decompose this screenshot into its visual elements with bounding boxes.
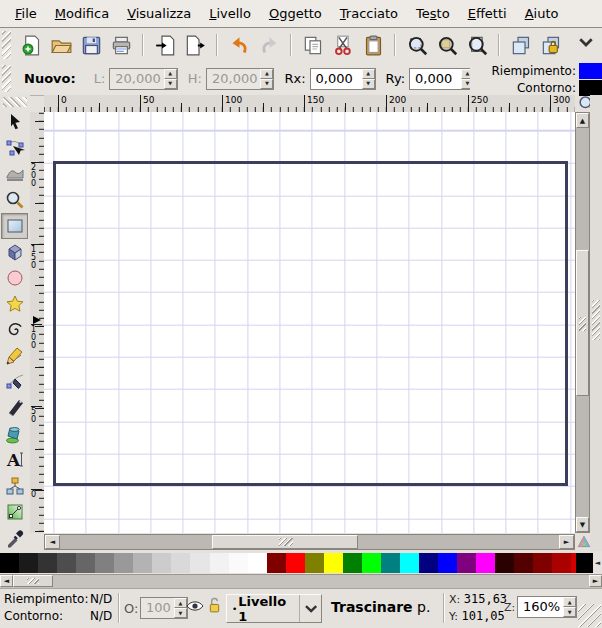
menu-effetti[interactable]: Effetti bbox=[459, 2, 516, 25]
menu-visualizza[interactable]: Visualizza bbox=[118, 2, 200, 25]
palette-swatch[interactable] bbox=[552, 553, 571, 573]
menu-modifica[interactable]: Modifica bbox=[46, 2, 118, 25]
palette-swatch[interactable] bbox=[305, 553, 324, 573]
palette-swatch[interactable] bbox=[400, 553, 419, 573]
palette-swatch[interactable] bbox=[38, 553, 57, 573]
palette-swatch[interactable] bbox=[362, 553, 381, 573]
dock-grip[interactable] bbox=[592, 300, 600, 340]
rx-spinbox[interactable]: 0,000 ▲▼ bbox=[310, 68, 376, 90]
width-spin-down[interactable]: ▼ bbox=[164, 79, 177, 89]
menu-oggetto[interactable]: Oggetto bbox=[260, 2, 331, 25]
stroke-indicator[interactable]: Contorno: bbox=[517, 79, 602, 96]
palette-swatch[interactable] bbox=[76, 553, 95, 573]
palette-swatch[interactable] bbox=[286, 553, 305, 573]
palette-swatch[interactable] bbox=[57, 553, 76, 573]
save-document-icon[interactable] bbox=[78, 32, 104, 58]
height-spinbox[interactable]: 20,000 ▲▼ bbox=[206, 68, 275, 90]
palette-swatch[interactable] bbox=[419, 553, 438, 573]
tool-calligraphy[interactable] bbox=[1, 395, 28, 421]
menu-testo[interactable]: Testo bbox=[407, 2, 459, 25]
palette-swatch[interactable] bbox=[495, 553, 514, 573]
palette-swatch[interactable] bbox=[190, 553, 209, 573]
horizontal-scrollbar[interactable]: ◄ ► bbox=[44, 534, 575, 550]
tool-ellipse[interactable] bbox=[1, 265, 28, 291]
tool-pen[interactable] bbox=[1, 369, 28, 395]
menu-file[interactable]: File bbox=[6, 2, 46, 25]
tool-spiral[interactable] bbox=[1, 317, 28, 343]
palette-swatch[interactable] bbox=[514, 553, 533, 573]
tool-rectangle[interactable] bbox=[1, 213, 28, 239]
import-icon[interactable] bbox=[152, 32, 178, 58]
fill-indicator[interactable]: Riempimento: bbox=[492, 62, 602, 79]
fill-stroke-status[interactable]: Riempimento:N/D Contorno:N/D bbox=[4, 591, 112, 625]
tool-tweak[interactable] bbox=[1, 161, 28, 187]
fill-color-swatch[interactable] bbox=[579, 63, 602, 79]
tool-text[interactable]: A bbox=[1, 447, 28, 473]
palette-scroll-left-arrow-icon[interactable]: ◄ bbox=[0, 575, 13, 587]
tool-node-editor[interactable] bbox=[1, 135, 28, 161]
palette-swatch[interactable] bbox=[267, 553, 286, 573]
copy-icon[interactable] bbox=[300, 32, 326, 58]
palette-swatch[interactable] bbox=[0, 553, 19, 573]
palette-swatch[interactable] bbox=[324, 553, 343, 573]
open-document-icon[interactable] bbox=[48, 32, 74, 58]
height-spin-up[interactable]: ▲ bbox=[260, 69, 273, 79]
layer-selector[interactable]: • Livello 1 bbox=[226, 594, 322, 623]
palette-scroll-right-arrow-icon[interactable]: ► bbox=[589, 575, 602, 587]
height-spin-down[interactable]: ▼ bbox=[260, 79, 273, 89]
tool-star[interactable] bbox=[1, 291, 28, 317]
clone-icon[interactable] bbox=[538, 32, 564, 58]
palette-swatch[interactable] bbox=[457, 553, 476, 573]
scroll-left-arrow-icon[interactable]: ◄ bbox=[45, 535, 60, 549]
menu-livello[interactable]: Livello bbox=[200, 2, 260, 25]
palette-swatch[interactable] bbox=[210, 553, 229, 573]
scroll-up-arrow-icon[interactable]: ▲ bbox=[576, 113, 589, 128]
tool-dropper[interactable] bbox=[1, 525, 28, 551]
zoom-selection-icon[interactable] bbox=[404, 32, 430, 58]
menu-tracciato[interactable]: Tracciato bbox=[331, 2, 407, 25]
width-spinbox[interactable]: 20,000 ▲▼ bbox=[109, 68, 178, 90]
palette-scrollbar-thumb[interactable] bbox=[13, 575, 53, 587]
opacity-spinbox[interactable]: 100 ▲▼ bbox=[140, 597, 188, 619]
tool-options-grip[interactable] bbox=[2, 65, 11, 92]
horizontal-ruler[interactable]: 050100150200250300 bbox=[44, 95, 575, 113]
palette-scrollbar[interactable]: ◄ ► bbox=[0, 574, 602, 588]
new-document-icon[interactable] bbox=[18, 32, 44, 58]
tool-connector[interactable] bbox=[1, 473, 28, 499]
ry-spinbox[interactable]: 0,000 ▲▼ bbox=[409, 68, 475, 90]
window-resize-grip[interactable] bbox=[578, 604, 601, 627]
drawn-rectangle[interactable] bbox=[53, 161, 568, 486]
canvas[interactable] bbox=[44, 112, 575, 533]
tool-selector[interactable] bbox=[1, 109, 28, 135]
scroll-right-arrow-icon[interactable]: ► bbox=[559, 535, 574, 549]
palette-swatch[interactable] bbox=[95, 553, 114, 573]
palette-swatch[interactable] bbox=[476, 553, 495, 573]
toolbar-overflow-chevron-icon[interactable] bbox=[578, 36, 594, 50]
zoom-spin-down[interactable]: ▼ bbox=[563, 607, 576, 617]
scroll-down-arrow-icon[interactable]: ▼ bbox=[576, 517, 589, 532]
opacity-spin-down[interactable]: ▼ bbox=[174, 608, 187, 618]
layer-visibility-eye-icon[interactable] bbox=[186, 600, 204, 613]
redo-icon[interactable] bbox=[256, 32, 282, 58]
tool-box-3d[interactable] bbox=[1, 239, 28, 265]
palette-swatch[interactable] bbox=[19, 553, 38, 573]
status-fill-value[interactable]: N/D bbox=[90, 592, 112, 606]
horizontal-scrollbar-thumb[interactable] bbox=[212, 535, 358, 549]
palette-swatch[interactable] bbox=[229, 553, 248, 573]
paste-icon[interactable] bbox=[360, 32, 386, 58]
status-stroke-value[interactable]: N/D bbox=[90, 609, 112, 623]
command-toolbar-grip[interactable] bbox=[2, 31, 11, 59]
stroke-color-swatch[interactable] bbox=[579, 80, 602, 96]
layer-unlock-icon[interactable] bbox=[208, 597, 221, 614]
palette-swatch[interactable] bbox=[152, 553, 171, 573]
toolbox-grip[interactable] bbox=[3, 97, 27, 107]
layer-dropdown-chevron-icon[interactable] bbox=[304, 603, 318, 615]
width-spin-up[interactable]: ▲ bbox=[164, 69, 177, 79]
palette-scroll-left-icon[interactable]: ◄ bbox=[593, 553, 602, 573]
vertical-scrollbar-thumb[interactable] bbox=[576, 250, 589, 396]
export-icon[interactable] bbox=[182, 32, 208, 58]
rx-spin-up[interactable]: ▲ bbox=[362, 69, 375, 79]
palette-swatch[interactable] bbox=[343, 553, 362, 573]
palette-swatch[interactable] bbox=[248, 553, 267, 573]
cut-icon[interactable] bbox=[330, 32, 356, 58]
